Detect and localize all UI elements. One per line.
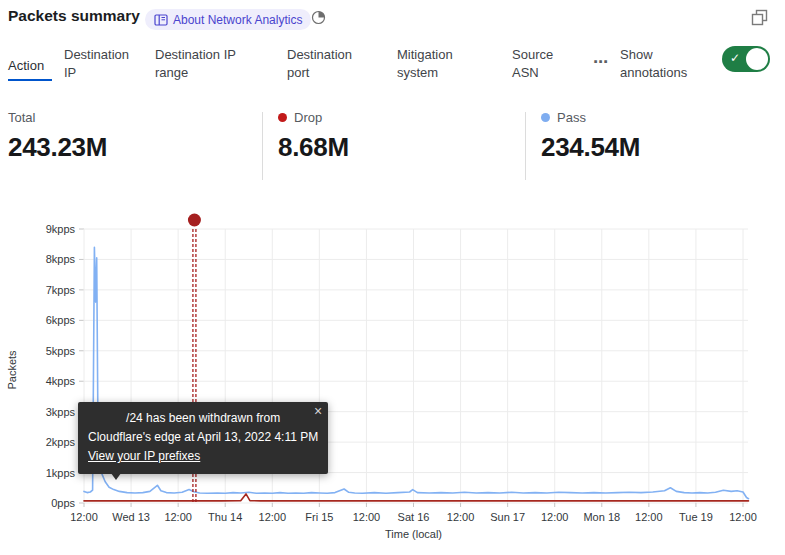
stat-total: Total 243.23M <box>8 108 107 163</box>
stat-pass-label: Pass <box>557 110 586 125</box>
stat-drop-value: 8.68M <box>278 132 349 163</box>
y-tick-label: 1kpps <box>46 467 76 479</box>
stat-divider <box>525 112 526 180</box>
sampling-pie-icon[interactable] <box>311 10 326 25</box>
x-tick-label: 12:00 <box>729 511 757 523</box>
x-axis-title: Time (local) <box>385 528 442 540</box>
stat-drop: Drop 8.68M <box>278 108 349 163</box>
y-tick-label: 9kpps <box>46 223 76 235</box>
close-icon[interactable]: × <box>314 403 322 419</box>
y-tick-label: 6kpps <box>46 314 76 326</box>
stat-total-label: Total <box>8 110 35 125</box>
stat-pass-value: 234.54M <box>541 132 640 163</box>
x-tick-label: Sun 17 <box>490 511 525 523</box>
stat-total-value: 243.23M <box>8 132 107 163</box>
x-tick-label: 12:00 <box>164 511 192 523</box>
checkmark-icon: ✓ <box>730 51 740 65</box>
packets-time-series-chart[interactable]: 0pps1kpps2kpps3kpps4kpps5kpps6kpps7kpps8… <box>0 210 785 555</box>
x-tick-label: 12:00 <box>541 511 569 523</box>
toggle-knob <box>746 48 768 70</box>
x-tick-label: 12:00 <box>447 511 475 523</box>
y-tick-label: 0pps <box>51 497 75 509</box>
y-tick-label: 8kpps <box>46 253 76 265</box>
stat-pass: Pass 234.54M <box>541 108 640 163</box>
view-ip-prefixes-link[interactable]: View your IP prefixes <box>88 449 200 463</box>
about-badge-label: About Network Analytics <box>173 13 302 27</box>
y-tick-label: 2kpps <box>46 436 76 448</box>
tooltip-line1: /24 has been withdrawn from <box>88 409 318 428</box>
y-axis-title: Packets <box>6 350 18 390</box>
tab-destination-ip[interactable]: Destination IP <box>64 46 140 82</box>
x-tick-label: 12:00 <box>353 511 381 523</box>
page-title: Packets summary <box>8 7 140 25</box>
stat-drop-label: Drop <box>294 110 322 125</box>
x-tick-label: Tue 19 <box>679 511 713 523</box>
x-tick-label: 12:00 <box>635 511 663 523</box>
x-tick-label: Mon 18 <box>583 511 620 523</box>
packets-summary-panel: Packets summary About Network Analytics … <box>0 0 785 555</box>
pass-legend-dot-icon <box>541 113 550 122</box>
tooltip-pointer <box>108 469 124 480</box>
x-tick-label: Thu 14 <box>208 511 242 523</box>
more-tabs-button[interactable]: ⋯ <box>593 53 609 71</box>
y-tick-label: 7kpps <box>46 284 76 296</box>
y-tick-label: 4kpps <box>46 375 76 387</box>
tab-mitigation-system[interactable]: Mitigation system <box>397 46 477 82</box>
tab-source-asn[interactable]: Source ASN <box>512 46 572 82</box>
tooltip-line2: Cloudflare's edge at April 13, 2022 4:11… <box>88 428 318 447</box>
expand-restore-icon[interactable] <box>751 9 768 26</box>
x-tick-label: 12:00 <box>70 511 98 523</box>
tab-destination-ip-range[interactable]: Destination IP range <box>155 46 255 82</box>
x-tick-label: Sat 16 <box>398 511 430 523</box>
tab-destination-port[interactable]: Destination port <box>287 46 371 82</box>
tab-action[interactable]: Action <box>8 57 52 81</box>
book-icon <box>154 14 168 26</box>
x-tick-label: Wed 13 <box>112 511 150 523</box>
y-tick-label: 5kpps <box>46 345 76 357</box>
x-tick-label: Fri 15 <box>305 511 333 523</box>
drop-legend-dot-icon <box>278 113 287 122</box>
about-network-analytics-badge[interactable]: About Network Analytics <box>145 9 311 30</box>
show-annotations-label: Show annotations <box>620 46 706 82</box>
show-annotations-toggle[interactable]: ✓ <box>722 46 770 72</box>
y-tick-label: 3kpps <box>46 406 76 418</box>
annotation-marker[interactable] <box>188 214 201 227</box>
stat-divider <box>262 112 263 180</box>
annotation-tooltip: × /24 has been withdrawn from Cloudflare… <box>78 402 328 474</box>
x-tick-label: 12:00 <box>259 511 287 523</box>
ellipsis-icon: ⋯ <box>593 53 609 70</box>
